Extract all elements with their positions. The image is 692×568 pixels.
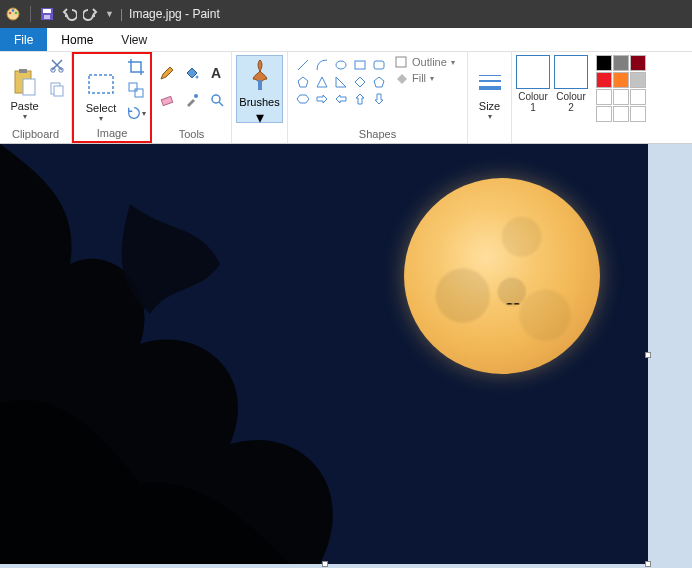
redo-icon[interactable]	[83, 6, 99, 22]
shape-curve[interactable]	[313, 57, 331, 73]
shape-diamond[interactable]	[351, 74, 369, 90]
tab-file[interactable]: File	[0, 28, 47, 51]
ribbon-tabs: File Home View	[0, 28, 692, 52]
brush-icon	[244, 58, 276, 96]
group-shapes: Outline ▾ Fill ▾ Shapes	[288, 52, 468, 143]
palette-swatch[interactable]	[630, 89, 646, 105]
select-icon	[87, 68, 115, 102]
rotate-button[interactable]: ▾	[126, 103, 146, 123]
fill-label: Fill	[412, 72, 426, 84]
paste-icon	[12, 66, 38, 100]
select-label: Select	[86, 102, 117, 114]
svg-rect-26	[396, 57, 406, 67]
shape-righttri[interactable]	[332, 74, 350, 90]
brushes-label: Brushes	[239, 96, 279, 108]
shape-roundrect[interactable]	[370, 57, 388, 73]
shapes-gallery[interactable]	[292, 55, 390, 109]
resize-button[interactable]	[126, 80, 146, 100]
picker-tool[interactable]	[181, 88, 203, 112]
size-label: Size	[479, 100, 500, 112]
pencil-tool[interactable]	[156, 61, 178, 85]
svg-rect-24	[355, 61, 365, 69]
shape-polygon[interactable]	[294, 74, 312, 90]
resize-handle-corner[interactable]	[645, 561, 651, 567]
svg-rect-25	[374, 61, 384, 69]
palette-swatch[interactable]	[613, 72, 629, 88]
shape-fill-button[interactable]: Fill ▾	[394, 71, 455, 85]
ribbon: Paste ▾ Clipboard Select ▾	[0, 52, 692, 144]
palette-swatch[interactable]	[596, 72, 612, 88]
svg-rect-13	[54, 86, 63, 96]
svg-point-2	[12, 9, 15, 12]
undo-icon[interactable]	[61, 6, 77, 22]
svg-point-1	[9, 12, 12, 15]
shape-oval[interactable]	[332, 57, 350, 73]
cut-button[interactable]	[47, 55, 67, 75]
resize-handle-right[interactable]	[645, 352, 651, 358]
eraser-tool[interactable]	[156, 88, 178, 112]
svg-rect-29	[479, 86, 501, 90]
palette-swatch[interactable]	[613, 89, 629, 105]
shape-arrow-right[interactable]	[313, 91, 331, 107]
shape-hexagon[interactable]	[294, 91, 312, 107]
group-clipboard-label: Clipboard	[0, 126, 71, 143]
group-tools: A Tools	[152, 52, 232, 143]
palette-swatch[interactable]	[630, 55, 646, 71]
shape-arrow-left[interactable]	[332, 91, 350, 107]
svg-rect-15	[129, 83, 137, 91]
tab-view[interactable]: View	[107, 28, 161, 51]
group-size: Size ▾	[468, 52, 512, 143]
crop-button[interactable]	[126, 57, 146, 77]
size-icon	[477, 66, 503, 100]
palette-swatch[interactable]	[613, 106, 629, 122]
svg-rect-22	[258, 80, 262, 90]
svg-text:A: A	[211, 65, 221, 81]
size-button[interactable]: Size ▾	[472, 55, 507, 123]
paste-button[interactable]: Paste ▾	[4, 55, 45, 123]
group-image-label: Image	[74, 125, 150, 142]
svg-rect-14	[89, 75, 113, 93]
bird-silhouette	[506, 302, 520, 306]
shape-rect[interactable]	[351, 57, 369, 73]
shape-arrow-down[interactable]	[370, 91, 388, 107]
select-button[interactable]: Select ▾	[78, 57, 124, 125]
colour-2-label: Colour 2	[556, 91, 585, 113]
shape-pentagon[interactable]	[370, 74, 388, 90]
palette-swatch[interactable]	[613, 55, 629, 71]
palette-swatch[interactable]	[630, 106, 646, 122]
svg-rect-9	[23, 79, 35, 95]
shape-arrow-up[interactable]	[351, 91, 369, 107]
colour-2-swatch[interactable]	[554, 55, 588, 89]
moon	[404, 178, 600, 374]
palette-swatch[interactable]	[596, 89, 612, 105]
copy-button[interactable]	[47, 79, 67, 99]
canvas-area	[0, 144, 692, 564]
palette-swatch[interactable]	[630, 72, 646, 88]
svg-point-3	[15, 12, 18, 15]
paint-logo-icon	[4, 5, 22, 23]
canvas[interactable]	[0, 144, 648, 564]
group-brushes: Brushes ▾	[232, 52, 288, 143]
colour-1-swatch[interactable]	[516, 55, 550, 89]
palette-swatch[interactable]	[596, 55, 612, 71]
shape-outline-button[interactable]: Outline ▾	[394, 55, 455, 69]
colour-1-label: Colour 1	[518, 91, 547, 113]
palette-swatch[interactable]	[596, 106, 612, 122]
group-shapes-label: Shapes	[288, 126, 467, 143]
qat-dropdown-icon[interactable]: ▼	[105, 9, 114, 19]
group-tools-label: Tools	[152, 126, 231, 143]
resize-handle-bottom[interactable]	[322, 561, 328, 567]
shape-triangle[interactable]	[313, 74, 331, 90]
shape-line[interactable]	[294, 57, 312, 73]
paste-label: Paste	[10, 100, 38, 112]
zoom-tool[interactable]	[206, 88, 228, 112]
fill-tool[interactable]	[181, 61, 203, 85]
outline-label: Outline	[412, 56, 447, 68]
brushes-button[interactable]: Brushes ▾	[236, 55, 283, 123]
group-colours: Colour 1 Colour 2	[512, 52, 682, 143]
save-icon[interactable]	[39, 6, 55, 22]
text-tool[interactable]: A	[206, 61, 228, 85]
svg-rect-28	[479, 80, 501, 82]
tab-home[interactable]: Home	[47, 28, 107, 51]
window-title: Image.jpg - Paint	[129, 7, 220, 21]
